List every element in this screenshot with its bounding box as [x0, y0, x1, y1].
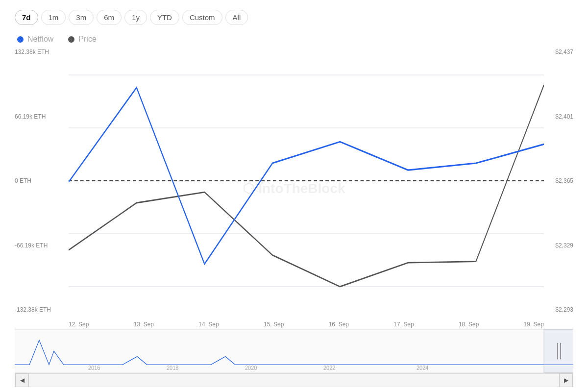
y-left-3: -66.19k ETH — [15, 242, 69, 249]
y-right-1: $2,401 — [544, 113, 573, 120]
time-btn-1y[interactable]: 1y — [124, 10, 147, 25]
y-left-2: 0 ETH — [15, 177, 69, 184]
x-label-7: 19. Sep — [524, 321, 544, 328]
svg-text:2016: 2016 — [88, 365, 100, 371]
time-btn-1m[interactable]: 1m — [41, 10, 66, 25]
x-label-1: 13. Sep — [134, 321, 154, 328]
mini-chart-svg: 2016 2018 2020 2022 2024 — [15, 329, 573, 373]
netflow-label: Netflow — [27, 35, 53, 44]
time-btn-6m[interactable]: 6m — [97, 10, 122, 25]
x-label-6: 18. Sep — [459, 321, 479, 328]
y-axis-right: $2,437 $2,401 $2,365 $2,329 $2,293 — [544, 49, 573, 313]
mini-chart[interactable]: 2016 2018 2020 2022 2024 — [15, 329, 573, 373]
scrollbar: ◀ ▶ — [15, 373, 573, 387]
time-btn-3m[interactable]: 3m — [69, 10, 94, 25]
price-dot — [68, 36, 74, 43]
netflow-dot — [17, 36, 24, 43]
time-btn-custom[interactable]: Custom — [182, 10, 222, 25]
time-btn-7d[interactable]: 7d — [15, 10, 38, 25]
time-btn-ytd[interactable]: YTD — [150, 10, 179, 25]
y-left-4: -132.38k ETH — [15, 306, 69, 313]
y-right-4: $2,293 — [544, 306, 573, 313]
price-label: Price — [78, 35, 96, 44]
svg-text:2020: 2020 — [245, 365, 257, 371]
x-label-0: 12. Sep — [69, 321, 89, 328]
y-left-0: 132.38k ETH — [15, 49, 69, 55]
x-label-4: 16. Sep — [329, 321, 349, 328]
x-label-2: 14. Sep — [198, 321, 219, 328]
time-range-selector: 7d 1m 3m 6m 1y YTD Custom All — [15, 10, 573, 25]
x-label-3: 15. Sep — [264, 321, 284, 328]
y-right-0: $2,437 — [544, 49, 573, 55]
y-left-1: 66.19k ETH — [15, 113, 69, 120]
time-btn-all[interactable]: All — [225, 10, 248, 25]
scroll-right-button[interactable]: ▶ — [559, 373, 573, 387]
main-chart[interactable]: ⬡ IntoTheBlock 132.38k ETH 66.19k ETH 0 … — [15, 49, 573, 328]
x-label-5: 17. Sep — [393, 321, 414, 328]
svg-text:2024: 2024 — [416, 365, 429, 371]
legend-price: Price — [68, 35, 96, 44]
scroll-left-button[interactable]: ◀ — [15, 373, 29, 387]
legend-netflow: Netflow — [17, 35, 53, 44]
svg-text:2022: 2022 — [323, 365, 335, 371]
y-axis-left: 132.38k ETH 66.19k ETH 0 ETH -66.19k ETH… — [15, 49, 69, 313]
y-right-3: $2,329 — [544, 242, 573, 249]
y-right-2: $2,365 — [544, 177, 573, 184]
chart-legend: Netflow Price — [15, 35, 573, 44]
chart-area: ⬡ IntoTheBlock 132.38k ETH 66.19k ETH 0 … — [15, 49, 573, 387]
main-chart-svg — [69, 49, 544, 313]
svg-text:2018: 2018 — [167, 365, 178, 371]
svg-rect-13 — [544, 329, 573, 373]
scrollbar-track[interactable] — [29, 374, 559, 387]
